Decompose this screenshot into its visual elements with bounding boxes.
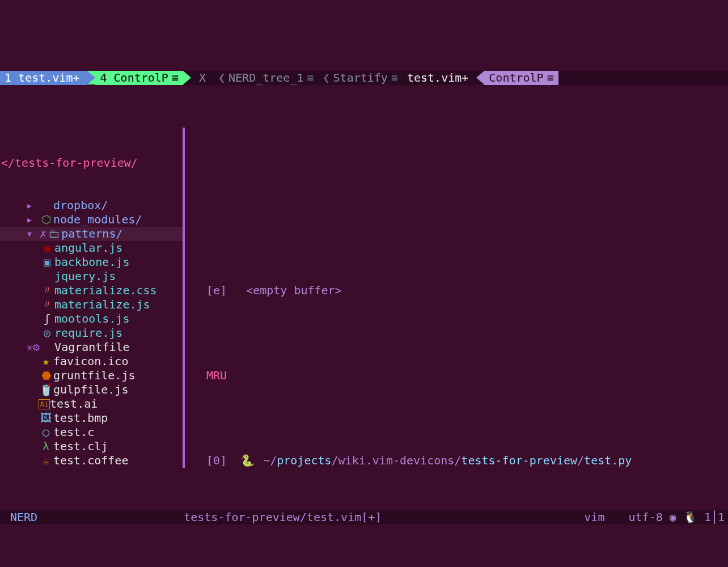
- hamburger-icon: ≡: [172, 71, 179, 85]
- buffer-label: Startify: [333, 71, 388, 85]
- tab-label: ControlP: [107, 71, 168, 85]
- tab-number: 4: [100, 71, 107, 85]
- window-status-row: NERD tests-for-preview/test.vim[+] vim u…: [0, 510, 728, 524]
- hamburger-icon: ≡: [391, 71, 398, 85]
- buffer-label: test.vim+: [407, 71, 468, 85]
- tree-item-label: test.bmp: [53, 411, 108, 425]
- startify-empty-buffer[interactable]: [e] <empty buffer>: [185, 284, 728, 298]
- tree-item[interactable]: 🥤gulpfile.js: [0, 383, 183, 397]
- tree-item[interactable]: 〃materialize.css: [0, 284, 183, 298]
- buffer-controlp[interactable]: ControlP ≡: [484, 71, 558, 85]
- tree-item[interactable]: ★favicon.ico: [0, 354, 183, 369]
- file-icon: ▣: [40, 255, 54, 269]
- filetype-label: vim: [584, 510, 611, 524]
- tree-root[interactable]: </tests-for-preview/: [0, 156, 183, 170]
- tree-item-label: patterns/: [61, 227, 122, 241]
- file-icon: ʃ: [40, 312, 54, 326]
- tree-item-label: test.ai: [50, 397, 98, 411]
- empty-buffer-text: <empty buffer>: [246, 284, 342, 298]
- file-icon: ◎: [40, 326, 54, 340]
- tree-item-label: gruntfile.js: [53, 369, 136, 383]
- editor-splits: </tests-for-preview/ ▸dropbox/▸⬡node_mod…: [0, 128, 728, 468]
- file-icon: 🐍: [240, 454, 254, 468]
- close-icon: X: [199, 71, 206, 85]
- buffer-startify[interactable]: Startify ≡: [319, 71, 403, 85]
- file-icon: 🗀: [46, 227, 61, 241]
- tab-1-test-vim[interactable]: 1 test.vim+: [0, 71, 87, 85]
- tree-item[interactable]: ▸dropbox/: [0, 198, 183, 213]
- tree-item[interactable]: jquery.js: [0, 269, 183, 284]
- tree-item[interactable]: 〃materialize.js: [0, 298, 183, 312]
- file-icon: ⬣: [39, 369, 53, 383]
- file-icon: Ai: [39, 399, 50, 409]
- tree-item-label: test.c: [53, 425, 94, 439]
- mru-item[interactable]: [0]🐍~/projects/wiki.vim-devicons/tests-f…: [185, 454, 728, 468]
- separator-icon: [87, 71, 95, 84]
- blank-row: [185, 198, 728, 213]
- tree-item-label: angular.js: [54, 241, 122, 255]
- buffer-nerdtree[interactable]: NERD_tree_1 ≡: [214, 71, 319, 85]
- tabline: 1 test.vim+ 4 ControlP ≡ X NERD_tree_1 ≡…: [0, 71, 728, 85]
- os-icons: ◉ 🐧: [670, 510, 704, 524]
- tab-label: test.vim+: [11, 71, 79, 85]
- tree-item[interactable]: ▣backbone.js: [0, 255, 183, 269]
- tree-item-label: backbone.js: [54, 255, 129, 269]
- hamburger-icon: ≡: [547, 71, 554, 85]
- index-label: [0]: [206, 454, 227, 468]
- buffer-test-vim[interactable]: test.vim+: [403, 71, 476, 85]
- tree-item[interactable]: ⬣gruntfile.js: [0, 369, 183, 383]
- tab-close-x[interactable]: X: [191, 71, 214, 85]
- tree-item-label: jquery.js: [54, 269, 116, 284]
- tree-item[interactable]: ◉angular.js: [0, 241, 183, 255]
- mru-label: MRU: [206, 369, 227, 383]
- tree-item-label: dropbox/: [53, 198, 108, 213]
- tree-item[interactable]: ▾ ✗🗀patterns/: [0, 227, 183, 241]
- tree-item-label: Vagrantfile: [54, 340, 129, 354]
- file-icon: 🖼: [39, 411, 53, 425]
- tab-4-controlp[interactable]: 4 ControlP ≡: [95, 71, 183, 85]
- tab-number: 1: [5, 71, 11, 85]
- file-icon: ◯: [39, 425, 53, 439]
- blank-row: [185, 156, 728, 170]
- blank-row: [185, 411, 728, 425]
- buffer-label: NERD_tree_1: [228, 71, 303, 85]
- encoding-label: utf-8: [629, 510, 670, 524]
- file-icon: ⬡: [39, 213, 53, 227]
- nerdtree-pane[interactable]: </tests-for-preview/ ▸dropbox/▸⬡node_mod…: [0, 128, 185, 468]
- blank-row: [185, 326, 728, 340]
- buffer-label: ControlP: [489, 71, 543, 85]
- tree-item[interactable]: λtest.clj: [0, 439, 183, 454]
- tree-item-label: test.clj: [53, 439, 108, 454]
- tree-item[interactable]: 🖼test.bmp: [0, 411, 183, 425]
- tree-item[interactable]: ◎require.js: [0, 326, 183, 340]
- file-icon: 〃: [40, 298, 54, 312]
- file-icon: ◉: [40, 241, 54, 255]
- expand-icon: ▾ ✗: [26, 227, 46, 241]
- tree-item[interactable]: ✳⚙Vagrantfile: [0, 340, 183, 354]
- file-icon: λ: [39, 439, 53, 454]
- tree-item-label: test.coffee: [53, 454, 128, 468]
- tree-item[interactable]: ◯test.c: [0, 425, 183, 439]
- separator-icon: [183, 71, 191, 84]
- separator-icon: [476, 71, 484, 84]
- main-pane[interactable]: [e] <empty buffer> MRU [0]🐍~/projects/wi…: [185, 128, 728, 468]
- tree-item-label: materialize.js: [54, 298, 150, 312]
- expand-icon: ▸: [26, 198, 39, 213]
- file-icon: 🥤: [39, 383, 53, 397]
- tree-item-label: gulpfile.js: [53, 383, 128, 397]
- tree-item[interactable]: ʃmootools.js: [0, 312, 183, 326]
- tree-item-label: require.js: [54, 326, 122, 340]
- tree-item-label: favicon.ico: [53, 354, 128, 369]
- tree-item-label: node_modules/: [53, 213, 142, 227]
- cursor-pos: 1⎮1: [704, 510, 725, 524]
- tree-item[interactable]: Aitest.ai: [0, 397, 183, 411]
- hamburger-icon: ≡: [307, 71, 314, 85]
- nerd-status-label: NERD: [10, 510, 37, 524]
- file-icon: 〃: [40, 284, 54, 298]
- blank-row: [185, 241, 728, 255]
- mru-heading: MRU: [185, 369, 728, 383]
- buffer-path-label: tests-for-preview/test.vim[+]: [184, 510, 382, 524]
- tree-item[interactable]: ▸⬡node_modules/: [0, 213, 183, 227]
- tree-item[interactable]: ☕test.coffee: [0, 454, 183, 468]
- file-icon: ★: [39, 354, 53, 369]
